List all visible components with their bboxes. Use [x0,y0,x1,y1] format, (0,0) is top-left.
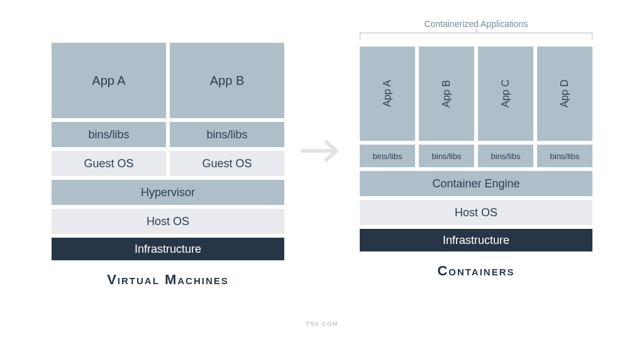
bracket-icon [360,33,592,43]
containers-stack: App A App B App C App D bins/libs bins/l… [360,47,592,251]
vm-hypervisor: Hypervisor [52,180,284,205]
container-app-b: App B [419,47,474,141]
container-app-d: App D [537,47,592,141]
arrow-right-icon [300,138,344,163]
containers-column: Containerized Applications App A App B A… [360,19,592,279]
vm-guestos-b: Guest OS [170,151,284,176]
container-binslibs-c: bins/libs [478,145,533,167]
vm-stack: App A App B bins/libs bins/libs Guest OS… [52,43,284,260]
container-app-a: App A [360,47,415,141]
vm-app-b: App B [170,43,284,118]
vm-vs-containers-diagram: App A App B bins/libs bins/libs Guest OS… [0,0,644,337]
container-binslibs-d: bins/libs [537,145,592,167]
vm-binslibs-row: bins/libs bins/libs [52,122,284,147]
container-binslibs-a: bins/libs [360,145,415,167]
vm-app-a: App A [52,43,166,118]
container-binslibs-b: bins/libs [419,145,474,167]
container-app-c: App C [478,47,533,141]
container-binslibs-row: bins/libs bins/libs bins/libs bins/libs [360,145,592,167]
vm-column: App A App B bins/libs bins/libs Guest OS… [52,19,284,288]
vm-binslibs-b: bins/libs [170,122,284,147]
vm-guestos-a: Guest OS [52,151,166,176]
container-hostos: Host OS [360,200,592,225]
containers-title: Containers [437,263,514,279]
vm-title: Virtual Machines [107,272,229,288]
container-apps-row: App A App B App C App D [360,47,592,141]
container-infra: Infrastructure [360,229,592,251]
container-engine: Container Engine [360,171,592,196]
vm-infra: Infrastructure [52,238,284,260]
containers-caption: Containerized Applications [425,19,528,29]
footer-credit: TSA.COM [0,321,644,327]
vm-guestos-row: Guest OS Guest OS [52,151,284,176]
vm-app-row: App A App B [52,43,284,118]
vm-hostos: Host OS [52,209,284,234]
vm-binslibs-a: bins/libs [52,122,166,147]
arrow-column [297,19,347,283]
